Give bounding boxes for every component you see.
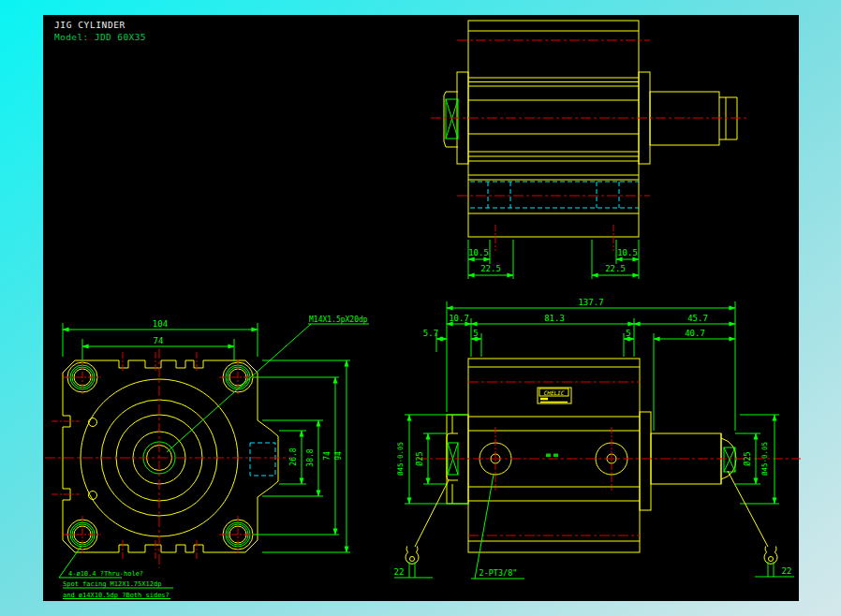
dim-step-right: 5 <box>626 329 630 338</box>
note-line-2: Spot facing M12X1.75X12dp <box>63 580 161 588</box>
dim-port-outer: 38.8 <box>306 448 315 466</box>
dia-right-outer: Ø45-0.05 <box>760 442 769 476</box>
drawing-model: Model: JDD 60X35 <box>54 32 146 42</box>
dim-width-inner: 74 <box>154 336 164 345</box>
drawing-title: JIG CYLINDER <box>54 20 125 30</box>
cad-window: JIG CYLINDER Model: JDD 60X35 <box>0 0 841 616</box>
port-thread-callout: 2-PT3/8" <box>480 568 518 578</box>
dim-wrench-left: 22 <box>394 567 405 577</box>
dim-step-left: 5 <box>473 329 478 338</box>
dim-top-right-outer: 22.5 <box>605 264 626 273</box>
dim-height-overall: 94 <box>334 451 343 461</box>
dim-height-inner: 74 <box>323 451 332 461</box>
dia-right-inner: Ø25 <box>743 451 752 465</box>
dim-wrench-right: 22 <box>782 566 792 576</box>
nameplate-logo-text: CHELIC <box>544 389 565 396</box>
thread-callout: M14X1.5pX20dp <box>309 315 368 324</box>
dim-overall-length: 137.7 <box>578 298 603 307</box>
note-line-3: and ø14X10.5dp ?Both sides? <box>63 592 170 599</box>
dim-top-right-inner: 10.5 <box>617 248 638 257</box>
dia-left-inner: Ø25 <box>415 451 424 465</box>
dim-top-left-outer: 22.5 <box>480 264 501 273</box>
dim-left-offset: 10.7 <box>449 314 469 323</box>
dim-top-left-inner: 10.5 <box>468 248 489 257</box>
dim-flange-thickness: 5.7 <box>423 329 438 338</box>
dim-rod-side: 45.7 <box>687 314 708 323</box>
dim-width-overall: 104 <box>153 319 168 329</box>
dim-body-length: 81.3 <box>544 314 565 323</box>
dia-left-outer: Ø45-0.05 <box>396 442 405 476</box>
cad-drawing: JIG CYLINDER Model: JDD 60X35 <box>0 0 841 616</box>
dim-rod-length: 40.7 <box>685 329 705 338</box>
note-line-1: 4-ø10.4 ?Thru-hole? <box>68 570 143 578</box>
dim-port-inner: 26.8 <box>289 447 298 465</box>
